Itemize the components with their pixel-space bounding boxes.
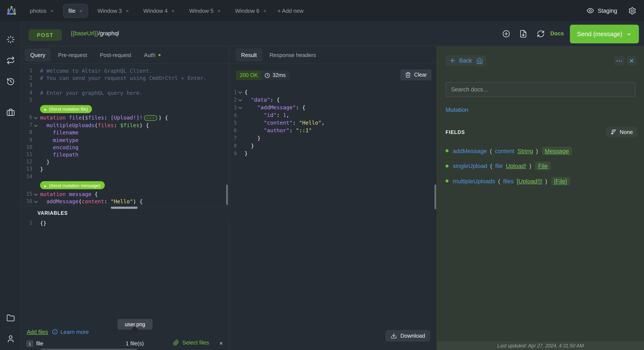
- close-tab-icon[interactable]: [263, 8, 266, 13]
- settings-gear-icon[interactable]: [628, 6, 636, 15]
- fold-caret-icon[interactable]: [237, 96, 244, 104]
- line-number: 16: [21, 198, 32, 205]
- code-token: {}: [40, 220, 46, 226]
- fold-caret-icon[interactable]: [32, 198, 39, 205]
- editor-vertical-scrollbar[interactable]: [226, 184, 228, 205]
- code-token: ) {: [140, 122, 149, 128]
- response-body[interactable]: 1{2 "data": {3 "addMessage": {4 "id": 1,…: [229, 88, 437, 157]
- file-key-input[interactable]: file: [36, 340, 43, 347]
- run-button-row: (Send mutation file): [21, 104, 229, 114]
- fold-gutter: [32, 74, 39, 82]
- tab-result[interactable]: Result: [236, 48, 262, 61]
- download-response-button[interactable]: Download: [386, 330, 430, 342]
- code-token: :: [277, 112, 283, 118]
- editor-horizontal-scrollbar[interactable]: [111, 207, 138, 209]
- docs-close-icon[interactable]: [627, 56, 636, 65]
- code-token: encoding: [53, 144, 78, 151]
- result-vertical-scrollbar[interactable]: [434, 184, 436, 209]
- refresh-schema-icon[interactable]: [537, 30, 545, 38]
- history-icon[interactable]: [6, 77, 15, 86]
- code-line: 8 filename: [21, 129, 229, 136]
- run-button-row: (Send mutation message): [21, 180, 229, 190]
- tab-auth[interactable]: Auth: [138, 48, 166, 61]
- fold-caret-icon[interactable]: [237, 104, 244, 111]
- docs-type-link[interactable]: Mutation: [446, 106, 468, 113]
- arg-type-link[interactable]: Upload!: [506, 163, 526, 170]
- code-line: 1{: [229, 88, 437, 96]
- code-token: }: [40, 159, 50, 165]
- fold-gutter: [32, 67, 39, 74]
- loading-spinner-icon[interactable]: [6, 35, 15, 44]
- tab-post-request[interactable]: Post-request: [94, 48, 137, 61]
- window-tab-window6[interactable]: Window 6: [230, 4, 272, 17]
- close-tab-icon[interactable]: [218, 8, 221, 13]
- query-editor[interactable]: 1# Welcome to Altair GraphQL Client.2# Y…: [21, 64, 229, 206]
- return-type-link[interactable]: File: [538, 163, 548, 170]
- docs-home-button[interactable]: [473, 55, 486, 66]
- environment-selector[interactable]: Staging: [586, 7, 617, 14]
- send-request-button[interactable]: Send (message): [570, 25, 639, 43]
- close-tab-icon[interactable]: [126, 8, 129, 13]
- code-line: 14: [21, 173, 229, 180]
- fold-caret-icon[interactable]: [32, 190, 39, 198]
- close-tab-icon[interactable]: [172, 8, 175, 13]
- add-collection-icon[interactable]: [502, 30, 510, 38]
- field-name-link[interactable]: singleUpload: [453, 163, 487, 170]
- result-subtabs: Result Response headers: [229, 46, 436, 64]
- tab-pre-request[interactable]: Pre-request: [52, 48, 93, 61]
- docs-toggle-button[interactable]: Docs: [550, 30, 564, 37]
- window-tab-window4[interactable]: Window 4: [138, 4, 180, 17]
- tab-query[interactable]: Query: [25, 48, 51, 61]
- add-files-link[interactable]: Add files: [27, 329, 48, 335]
- run-mutation-button[interactable]: (Send mutation file): [40, 105, 92, 113]
- docs-more-menu-icon[interactable]: [614, 56, 624, 65]
- arg-type-link[interactable]: [Upload!]!: [517, 178, 542, 184]
- swap-requests-icon[interactable]: [6, 56, 15, 65]
- code-token: # Enter your graphQL query here.: [40, 90, 143, 96]
- field-name-link[interactable]: multipleUploads: [453, 178, 495, 184]
- fold-caret-icon[interactable]: [237, 88, 244, 96]
- window-tab-file[interactable]: file: [63, 3, 88, 18]
- code-line: 10 encoding: [21, 144, 229, 151]
- http-method-selector[interactable]: POST: [28, 29, 62, 41]
- learn-more-label: Learn more: [60, 329, 89, 335]
- docs-back-button[interactable]: Back: [446, 55, 476, 66]
- line-number: 8: [21, 129, 32, 136]
- left-sidebar: [0, 21, 21, 350]
- arg-type-link[interactable]: String: [518, 148, 533, 154]
- close-tab-icon[interactable]: [50, 8, 54, 13]
- fold-caret-icon[interactable]: [32, 122, 39, 129]
- window-tab-photos[interactable]: photos: [25, 4, 58, 17]
- remove-file-icon[interactable]: [219, 340, 223, 347]
- select-files-button[interactable]: Select files: [173, 339, 209, 346]
- account-user-icon[interactable]: [6, 335, 15, 343]
- code-token: [244, 120, 264, 126]
- fold-gutter: [237, 150, 244, 157]
- docs-search-input[interactable]: [446, 82, 636, 97]
- return-type-link[interactable]: [File]: [554, 178, 567, 184]
- window-tab-window3[interactable]: Window 3: [92, 4, 134, 17]
- status-badge: 200 OK: [236, 71, 262, 80]
- variables-editor[interactable]: 1{}: [21, 219, 229, 227]
- window-tab-window5[interactable]: Window 5: [184, 4, 226, 17]
- chevron-down-icon[interactable]: [626, 31, 632, 37]
- fields-sort-button[interactable]: None: [606, 127, 637, 137]
- url-input[interactable]: {{baseUrl}}/graphql: [71, 30, 119, 37]
- result-panel: Result Response headers 200 OK 32ms Clea…: [229, 46, 437, 350]
- run-mutation-button[interactable]: (Send mutation message): [40, 181, 104, 189]
- close-tab-icon[interactable]: [80, 8, 83, 13]
- code-token: "content": [264, 120, 292, 126]
- clear-result-button[interactable]: Clear: [400, 69, 432, 80]
- field-name-link[interactable]: addMessage: [453, 148, 487, 154]
- folder-icon[interactable]: [6, 314, 15, 322]
- add-new-tab-button[interactable]: + Add new: [278, 7, 304, 14]
- collapsed-args-widget[interactable]: ···: [144, 115, 157, 121]
- export-file-icon[interactable]: [519, 30, 527, 38]
- return-type-link[interactable]: Message: [545, 148, 569, 154]
- fold-caret-icon[interactable]: [32, 114, 39, 122]
- altair-graphql-client: photos file Window 3 Window 4 Window 5 W…: [0, 0, 644, 350]
- collections-briefcase-icon[interactable]: [6, 108, 15, 117]
- trash-icon: [405, 72, 411, 78]
- tab-response-headers[interactable]: Response headers: [264, 48, 322, 61]
- learn-more-link[interactable]: Learn more: [52, 329, 89, 335]
